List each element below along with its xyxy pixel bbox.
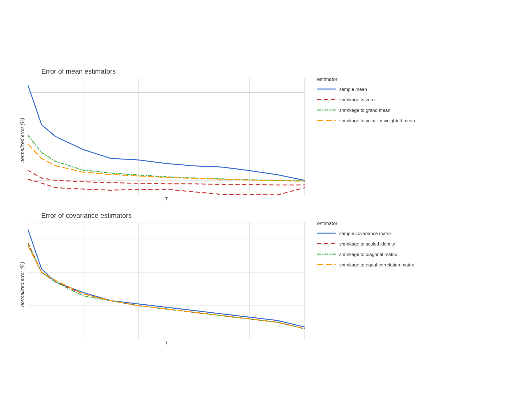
legend2-item2: shrinkage to scaled identity (317, 241, 414, 247)
legend1-line4 (317, 117, 336, 124)
legend2-line1 (317, 230, 336, 236)
chart2-wrapper: normalized error (%) (20, 222, 305, 347)
legend1-item4: shrinkage to volatility-weighted mean (317, 117, 415, 124)
svg-rect-25 (28, 222, 305, 339)
legend2-item3: shrinkage to diagonal matrix (317, 251, 414, 257)
legend1-item1: sample mean (317, 86, 415, 92)
legend2-label4: shrinkage to equal-correlation matrix (339, 262, 414, 267)
chart1-area: Error of mean estimators normalized erro… (20, 67, 305, 202)
legend2-line2 (317, 241, 336, 247)
legend1-line2 (317, 96, 336, 103)
legend2-label2: shrinkage to scaled identity (339, 241, 395, 246)
legend1-label2: shrinkage to zero (339, 97, 375, 102)
chart1-row: Error of mean estimators normalized erro… (20, 67, 512, 202)
chart1-svg: 100 200 300 400 50 150 250 350 450 550 (28, 78, 305, 195)
legend2-line3 (317, 251, 336, 257)
legend2-item1: sample covariance matrix (317, 230, 414, 236)
legend2-label1: sample covariance matrix (339, 231, 392, 236)
legend2-label3: shrinkage to diagonal matrix (339, 252, 397, 257)
chart2-legend: estimator sample covariance matrix shrin… (317, 212, 414, 272)
chart2-plot-area: 20 30 40 50 150 250 350 450 550 (28, 222, 305, 347)
legend1-label3: shrinkage to grand mean (339, 108, 390, 113)
legend2-line4 (317, 262, 336, 268)
legend1-line1 (317, 86, 336, 92)
legend1-line3 (317, 107, 336, 113)
legend1-item2: shrinkage to zero (317, 96, 415, 103)
chart2-legend-title: estimator (317, 221, 414, 226)
chart1-title: Error of mean estimators (41, 67, 305, 75)
legend2-item4: shrinkage to equal-correlation matrix (317, 262, 414, 268)
chart2-y-label: normalized error (%) (20, 238, 25, 331)
chart2-area: Error of covariance estimators normalize… (20, 212, 305, 347)
chart2-title: Error of covariance estimators (41, 212, 305, 220)
charts-container: Error of mean estimators normalized erro… (20, 67, 512, 347)
chart1-x-label: T (28, 197, 305, 202)
chart1-y-label: normalized error (%) (20, 94, 25, 186)
chart1-plot-area: 100 200 300 400 50 150 250 350 450 550 (28, 78, 305, 202)
legend1-label4: shrinkage to volatility-weighted mean (339, 118, 415, 123)
chart2-row: Error of covariance estimators normalize… (20, 212, 512, 347)
chart1-legend-title: estimator (317, 77, 415, 82)
chart2-svg: 20 30 40 50 150 250 350 450 550 (28, 222, 305, 339)
legend1-item3: shrinkage to grand mean (317, 107, 415, 113)
legend1-label1: sample mean (339, 87, 367, 92)
chart1-legend: estimator sample mean shrinkage to zero … (317, 67, 415, 128)
chart2-x-label: T (28, 341, 305, 347)
chart1-wrapper: normalized error (%) (20, 78, 305, 202)
